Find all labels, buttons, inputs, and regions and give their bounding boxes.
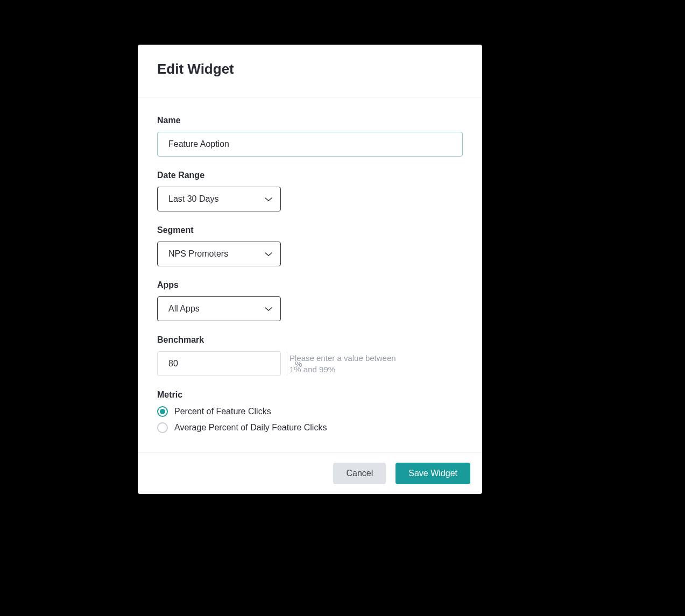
- benchmark-group: Benchmark % Please enter a value between…: [157, 335, 463, 376]
- cancel-button[interactable]: Cancel: [333, 463, 386, 484]
- modal-footer: Cancel Save Widget: [138, 452, 482, 494]
- benchmark-label: Benchmark: [157, 335, 463, 345]
- apps-select[interactable]: All Apps: [157, 296, 281, 321]
- benchmark-row: % Please enter a value between 1% and 99…: [157, 351, 463, 376]
- metric-group: Metric Percent of Feature Clicks Average…: [157, 390, 463, 433]
- radio-dot-icon: [160, 409, 165, 414]
- benchmark-input[interactable]: [158, 352, 287, 376]
- name-label: Name: [157, 116, 463, 125]
- radio-unselected-icon: [157, 422, 168, 433]
- metric-option-percent-feature-clicks[interactable]: Percent of Feature Clicks: [157, 406, 463, 417]
- segment-label: Segment: [157, 225, 463, 235]
- benchmark-input-wrap: %: [157, 351, 281, 376]
- metric-option-label: Average Percent of Daily Feature Clicks: [174, 423, 327, 433]
- date-range-group: Date Range Last 30 Days: [157, 171, 463, 211]
- segment-value: NPS Promoters: [168, 249, 228, 259]
- segment-select[interactable]: NPS Promoters: [157, 242, 281, 266]
- date-range-value: Last 30 Days: [168, 194, 218, 204]
- apps-group: Apps All Apps: [157, 280, 463, 321]
- name-input[interactable]: [157, 132, 463, 157]
- metric-option-avg-percent-daily-clicks[interactable]: Average Percent of Daily Feature Clicks: [157, 422, 463, 433]
- date-range-select[interactable]: Last 30 Days: [157, 187, 281, 211]
- segment-select-wrap: NPS Promoters: [157, 242, 281, 266]
- metric-label: Metric: [157, 390, 463, 400]
- modal-header: Edit Widget: [138, 45, 482, 97]
- modal-title: Edit Widget: [157, 61, 463, 77]
- modal-body: Name Date Range Last 30 Days Segment NPS…: [138, 97, 482, 452]
- apps-value: All Apps: [168, 304, 200, 314]
- benchmark-suffix: %: [287, 352, 309, 376]
- apps-label: Apps: [157, 280, 463, 290]
- edit-widget-modal: Edit Widget Name Date Range Last 30 Days…: [138, 45, 482, 494]
- name-group: Name: [157, 116, 463, 157]
- apps-select-wrap: All Apps: [157, 296, 281, 321]
- date-range-label: Date Range: [157, 171, 463, 180]
- date-range-select-wrap: Last 30 Days: [157, 187, 281, 211]
- metric-radio-group: Percent of Feature Clicks Average Percen…: [157, 406, 463, 433]
- segment-group: Segment NPS Promoters: [157, 225, 463, 266]
- save-widget-button[interactable]: Save Widget: [396, 463, 470, 484]
- radio-selected-icon: [157, 406, 168, 417]
- metric-option-label: Percent of Feature Clicks: [174, 407, 271, 416]
